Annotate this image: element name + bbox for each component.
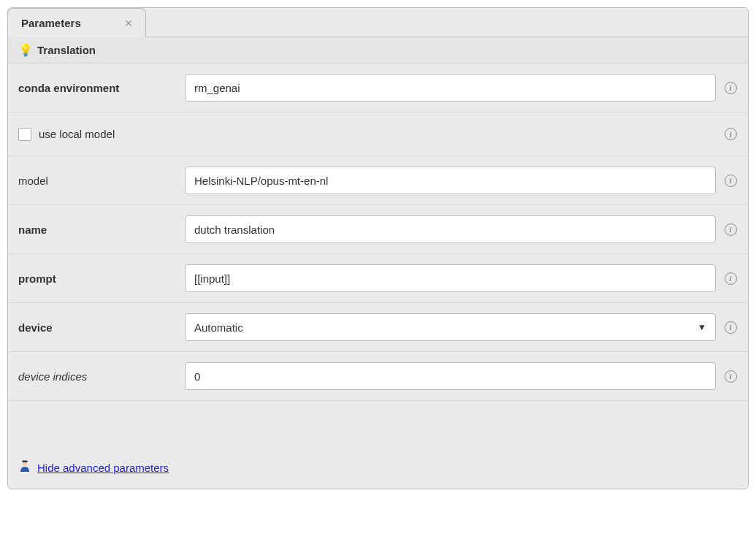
info-icon[interactable]: i [725, 128, 737, 140]
label-model: model [18, 175, 185, 187]
info-icon[interactable]: i [725, 223, 737, 236]
row-model: model Helsinki-NLP/opus-mt-en-nl i [8, 156, 748, 205]
input-prompt[interactable]: [[input]] [185, 264, 716, 292]
select-device[interactable]: Automatic ▼ [185, 313, 716, 341]
input-conda-environment[interactable]: rm_genai [185, 74, 716, 102]
tab-strip: Parameters × [8, 8, 748, 37]
lightbulb-icon: 💡 [18, 43, 33, 57]
input-name[interactable]: dutch translation [185, 215, 716, 243]
row-device: device Automatic ▼ i [8, 303, 748, 352]
label-wrap-use-local-model: use local model [18, 128, 185, 141]
value-name: dutch translation [194, 223, 275, 236]
info-icon[interactable]: i [725, 175, 737, 187]
row-use-local-model: use local model i [8, 112, 748, 156]
info-icon[interactable]: i [725, 321, 737, 334]
info-icon[interactable]: i [725, 272, 737, 285]
value-device-indices: 0 [194, 370, 200, 383]
operator-title: Translation [37, 44, 96, 56]
value-conda-environment: rm_genai [194, 82, 240, 94]
label-name: name [18, 223, 185, 236]
user-icon [18, 459, 31, 475]
label-device-indices: device indices [18, 370, 185, 383]
close-icon[interactable]: × [125, 17, 133, 30]
label-prompt: prompt [18, 272, 185, 285]
svg-rect-1 [23, 461, 28, 463]
subheader: 💡 Translation [8, 37, 748, 64]
value-prompt: [[input]] [194, 272, 230, 285]
label-use-local-model: use local model [39, 128, 115, 140]
parameter-rows: conda environment rm_genai i use local m… [8, 64, 748, 401]
row-conda-environment: conda environment rm_genai i [8, 64, 748, 112]
value-device: Automatic [194, 321, 243, 334]
label-device: device [18, 321, 185, 334]
row-device-indices: device indices 0 i [8, 352, 748, 401]
input-model[interactable]: Helsinki-NLP/opus-mt-en-nl [185, 167, 716, 194]
row-prompt: prompt [[input]] i [8, 254, 748, 303]
chevron-down-icon: ▼ [698, 322, 706, 332]
label-conda-environment: conda environment [18, 82, 185, 94]
checkbox-use-local-model[interactable] [18, 128, 31, 141]
input-device-indices[interactable]: 0 [185, 362, 716, 390]
hide-advanced-link[interactable]: Hide advanced parameters [37, 462, 169, 474]
value-model: Helsinki-NLP/opus-mt-en-nl [194, 175, 328, 187]
info-icon[interactable]: i [725, 82, 737, 94]
info-icon[interactable]: i [725, 370, 737, 383]
panel-footer: Hide advanced parameters [8, 401, 748, 489]
row-name: name dutch translation i [8, 205, 748, 254]
tab-parameters[interactable]: Parameters × [7, 8, 146, 37]
parameters-panel: Parameters × 💡 Translation conda environ… [7, 7, 749, 489]
tab-title: Parameters [21, 17, 81, 29]
